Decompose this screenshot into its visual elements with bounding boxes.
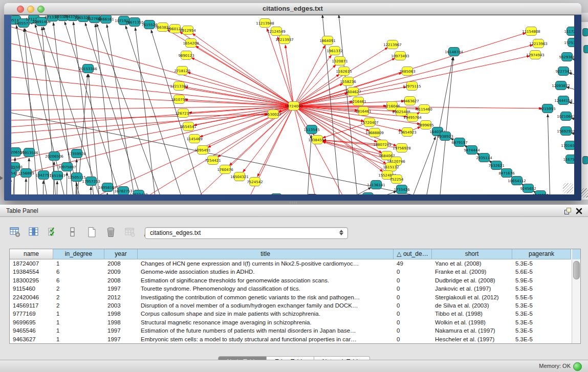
network-node[interactable]: 7632621 [488,161,504,170]
table-row[interactable]: 969969511998Structural magnetic resonanc… [10,318,572,326]
network-node[interactable]: 16504321 [230,172,249,181]
network-node[interactable]: 752454 [270,194,284,195]
network-node[interactable]: 18807249 [373,140,391,149]
network-node[interactable]: 2935114 [476,154,492,162]
network-node[interactable]: 9227343 [555,67,571,76]
network-node[interactable]: 30975887 [58,163,76,171]
network-node[interactable]: 1117254 [564,27,574,36]
table-row[interactable]: 911546021997Tourette syndrome. Phenomeno… [10,285,572,293]
delete-table-icon[interactable] [124,226,137,238]
resize-grip[interactable] [581,188,588,198]
hidden-panel-arrow[interactable] [0,176,3,180]
network-node[interactable]: 752254 [390,175,404,184]
network-node[interactable]: 7254421 [205,156,221,165]
column-header-title[interactable]: title [138,249,394,259]
network-node[interactable]: 12093872 [552,81,570,90]
network-node[interactable]: 15692931 [557,127,574,136]
network-node[interactable]: 8471676 [498,169,515,178]
network-node[interactable]: 1451947 [49,171,65,180]
network-node[interactable]: 6879197 [451,138,467,147]
network-node[interactable]: 8215955 [539,104,555,113]
network-node[interactable]: 1216461 [350,97,366,106]
column-header-short[interactable]: short [432,249,512,259]
network-node[interactable]: 17016504 [561,141,574,150]
network-node[interactable]: 1162615 [336,67,352,76]
table-row[interactable]: 946554611997Estimation of the future num… [10,326,572,335]
network-node[interactable]: 1654208 [183,39,199,48]
network-node[interactable]: 12213963 [529,39,548,48]
network-node[interactable]: 10688809 [365,128,384,137]
network-node[interactable]: 2718120 [174,67,190,75]
network-node[interactable]: 1145469 [186,135,202,143]
table-row[interactable]: 1456911722003Disruption of a novel membe… [10,301,572,310]
network-node[interactable]: 15751074 [564,38,574,47]
table-row[interactable]: 2242004622012Investigating the contribut… [10,293,572,301]
table-row[interactable]: 1872400712008Changes of HCN gene express… [10,259,572,268]
network-node[interactable]: 19756928 [393,144,411,152]
network-node[interactable]: 12974943 [526,51,545,59]
network-node[interactable]: 6466161 [98,15,114,24]
column-header-year[interactable]: year [104,249,138,259]
column-header-pagerank[interactable]: pagerank [512,249,571,259]
column-header-in_degree[interactable]: in_degree [53,249,104,259]
network-node[interactable]: 1961372 [326,47,342,55]
select-mode-icon[interactable] [48,226,60,238]
network-node[interactable]: 12213937 [275,35,294,44]
network-node[interactable]: 16148784 [445,48,463,56]
network-graph[interactable]: 2051100140557141711350208914068713310193… [11,15,574,194]
column-header-out_degree[interactable]: △ out_de… [394,249,432,259]
splitter-handle[interactable] [290,202,298,204]
network-node[interactable]: 12444154 [554,96,573,105]
network-node[interactable]: 11213948 [256,19,274,28]
float-panel-icon[interactable] [564,207,572,215]
network-node[interactable]: 1558236 [340,77,356,86]
table-row[interactable]: 946362711997Embryonic stem cells: a mode… [10,335,572,343]
network-node[interactable]: 7485063 [399,67,415,76]
network-node[interactable]: 7524542 [247,178,263,186]
network-node[interactable]: 1167534 [563,155,574,164]
network-node[interactable]: 1320871 [332,57,347,65]
network-node[interactable]: 19463627 [401,97,419,105]
network-node[interactable]: 9554541 [180,122,196,131]
network-node[interactable]: 1245952 [532,191,548,195]
network-canvas[interactable]: 2051100140557141711350208914068713310193… [11,15,574,194]
network-node[interactable]: 1810755 [171,95,187,104]
network-node[interactable]: 9115460 [416,105,432,114]
scrollbar-thumb[interactable] [573,261,580,279]
network-node[interactable]: 1156889 [18,169,34,178]
network-node[interactable]: 12213967 [383,40,402,49]
table-row[interactable]: 1938455462009Genome-wide association stu… [10,268,572,276]
table-row[interactable]: 977716911998Corpus callosum shape and si… [10,310,572,318]
network-node[interactable]: 1760476 [217,165,233,174]
network-node[interactable]: 10210643 [557,112,574,121]
network-node[interactable]: 1816461 [355,107,371,116]
table-settings-icon[interactable] [9,226,21,238]
close-panel-icon[interactable] [575,207,583,215]
network-node[interactable]: 9899695 [418,121,433,129]
network-node[interactable]: 15720407 [360,118,379,127]
show-columns-icon[interactable] [28,226,40,238]
network-node[interactable]: 10654112 [508,177,526,185]
network-node[interactable]: 12975115 [403,82,421,91]
column-header-name[interactable]: name [10,249,53,259]
network-node[interactable]: 12213383 [170,82,188,91]
network-node[interactable]: 12124549 [267,27,286,36]
network-node[interactable]: 9329366 [559,53,574,61]
row-height-icon[interactable] [67,226,79,238]
network-node[interactable]: 19654923 [398,128,417,137]
network-node[interactable]: 1864091 [319,36,335,45]
vertical-scrollbar[interactable] [572,259,580,343]
resize-grip[interactable] [563,183,573,193]
network-node[interactable]: 161513 [306,194,319,195]
table-row[interactable]: 1830029562008Estimation of significance … [10,276,572,285]
network-window-titlebar[interactable]: citations_edges.txt [4,3,581,15]
network-node[interactable]: 1733426 [394,185,410,194]
network-node[interactable]: 9890123 [178,51,194,60]
network-node[interactable]: 17359928 [68,149,86,158]
delete-trash-icon[interactable] [105,226,117,238]
network-node[interactable]: 946362 [361,193,375,195]
table-selector-dropdown[interactable]: citations_edges.txt [145,227,348,239]
network-node[interactable]: 9474444 [464,146,480,155]
network-node[interactable]: 14136141 [367,181,385,189]
new-document-icon[interactable] [86,226,98,238]
